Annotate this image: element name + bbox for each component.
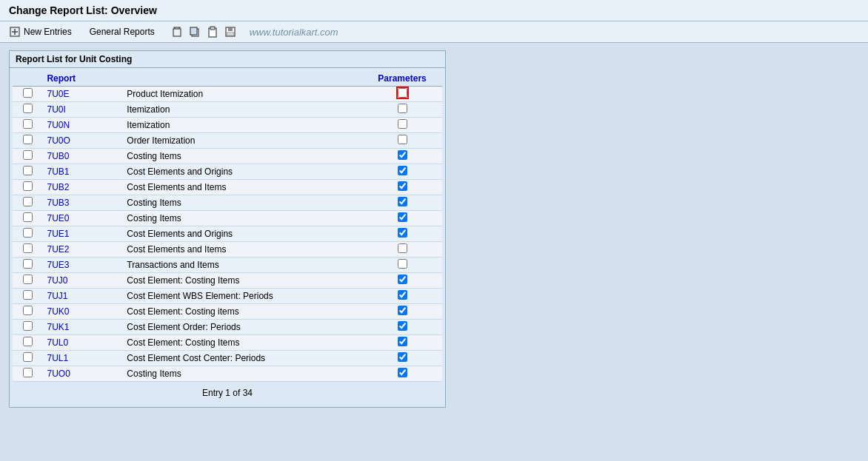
new-entries-icon: [9, 26, 21, 38]
general-reports-label: General Reports: [90, 27, 155, 37]
general-reports-button[interactable]: General Reports: [87, 25, 158, 38]
table-row: 7UL1Cost Element Cost Center: Periods: [13, 351, 442, 366]
row-select-checkbox[interactable]: [23, 212, 33, 222]
row-select-cell: [13, 351, 42, 366]
row-select-checkbox[interactable]: [23, 119, 33, 129]
paste-icon: [207, 26, 218, 38]
col-header-report[interactable]: Report: [42, 71, 122, 87]
params-checkbox[interactable]: [398, 337, 407, 346]
table-row: 7U0OOrder Itemization: [13, 133, 442, 149]
table-row: 7UL0Cost Element: Costing Items: [13, 335, 442, 351]
report-code: 7UK0: [42, 304, 122, 320]
save-icon: [224, 26, 236, 38]
row-select-checkbox[interactable]: [23, 352, 33, 362]
row-select-checkbox[interactable]: [23, 337, 33, 346]
params-cell: [362, 335, 442, 351]
table-row: 7UK0Cost Element: Costing items: [13, 304, 442, 320]
report-description: Costing Items: [122, 149, 362, 164]
row-select-cell: [13, 258, 42, 273]
params-cell: [362, 304, 442, 320]
params-cell: [362, 273, 442, 289]
content-area: Report List for Unit Costing Report Para…: [0, 43, 868, 415]
watermark: www.tutorialkart.com: [250, 27, 338, 38]
params-cell: [362, 258, 442, 273]
report-code: 7U0N: [42, 118, 122, 133]
paste-icon-button[interactable]: [205, 24, 220, 39]
table-container: Report Parameters 7U0EProduct Itemizatio…: [10, 68, 445, 407]
report-description: Cost Element: Costing Items: [122, 273, 362, 289]
row-select-cell: [13, 87, 42, 102]
params-checkbox[interactable]: [398, 104, 407, 113]
row-select-checkbox[interactable]: [23, 181, 33, 191]
params-checkbox[interactable]: [398, 166, 407, 175]
report-code: 7UJ0: [42, 273, 122, 289]
table-row: 7UJ1Cost Element WBS Element: Periods: [13, 289, 442, 304]
params-checkbox[interactable]: [398, 290, 407, 300]
page-title: Change Report List: Overview: [9, 4, 859, 16]
row-select-cell: [13, 164, 42, 180]
params-checkbox[interactable]: [398, 150, 407, 160]
table-row: 7U0EProduct Itemization: [13, 87, 442, 102]
delete-icon: [171, 26, 183, 38]
report-panel: Report List for Unit Costing Report Para…: [9, 50, 446, 408]
save-icon-button[interactable]: [223, 24, 238, 39]
row-select-checkbox[interactable]: [23, 166, 33, 175]
row-select-cell: [13, 242, 42, 258]
params-checkbox[interactable]: [398, 212, 407, 222]
params-checkbox[interactable]: [398, 243, 407, 253]
row-select-checkbox[interactable]: [23, 228, 33, 238]
row-select-checkbox[interactable]: [23, 275, 33, 284]
report-description: Cost Element Cost Center: Periods: [122, 351, 362, 366]
row-select-checkbox[interactable]: [23, 243, 33, 253]
report-code: 7UB3: [42, 195, 122, 211]
report-description: Cost Elements and Origins: [122, 226, 362, 242]
report-code: 7UJ1: [42, 289, 122, 304]
params-checkbox[interactable]: [398, 321, 407, 331]
params-checkbox[interactable]: [398, 88, 407, 98]
new-entries-button[interactable]: New Entries: [6, 24, 75, 39]
params-checkbox[interactable]: [398, 259, 407, 269]
svg-rect-13: [227, 33, 234, 36]
row-select-checkbox[interactable]: [23, 104, 33, 113]
params-cell: [362, 164, 442, 180]
report-description: Cost Element Order: Periods: [122, 320, 362, 335]
report-description: Order Itemization: [122, 133, 362, 149]
row-select-checkbox[interactable]: [23, 321, 33, 331]
params-checkbox[interactable]: [398, 228, 407, 238]
row-select-checkbox[interactable]: [23, 290, 33, 300]
row-select-cell: [13, 195, 42, 211]
row-select-checkbox[interactable]: [23, 259, 33, 269]
delete-icon-button[interactable]: [170, 24, 184, 39]
report-table: Report Parameters 7U0EProduct Itemizatio…: [13, 71, 442, 382]
params-checkbox[interactable]: [398, 368, 407, 377]
copy-icon-button[interactable]: [187, 24, 202, 39]
params-cell: [362, 118, 442, 133]
report-description: Itemization: [122, 102, 362, 118]
table-row: 7UK1Cost Element Order: Periods: [13, 320, 442, 335]
table-row: 7UE1Cost Elements and Origins: [13, 226, 442, 242]
report-code: 7UB1: [42, 164, 122, 180]
row-select-cell: [13, 289, 42, 304]
report-code: 7UB2: [42, 180, 122, 195]
params-checkbox[interactable]: [398, 352, 407, 362]
report-description: Costing Items: [122, 195, 362, 211]
report-code: 7UK1: [42, 320, 122, 335]
params-checkbox[interactable]: [398, 197, 407, 206]
row-select-checkbox[interactable]: [23, 150, 33, 160]
row-select-checkbox[interactable]: [23, 197, 33, 206]
row-select-checkbox[interactable]: [23, 135, 33, 144]
params-checkbox[interactable]: [398, 181, 407, 191]
params-checkbox[interactable]: [398, 135, 407, 144]
row-select-checkbox[interactable]: [23, 88, 33, 98]
params-checkbox[interactable]: [398, 306, 407, 315]
report-code: 7U0O: [42, 133, 122, 149]
params-checkbox[interactable]: [398, 119, 407, 129]
panel-header: Report List for Unit Costing: [10, 51, 445, 68]
col-header-params[interactable]: Parameters: [362, 71, 442, 87]
params-checkbox[interactable]: [398, 275, 407, 284]
row-select-checkbox[interactable]: [23, 368, 33, 377]
row-select-cell: [13, 335, 42, 351]
params-cell: [362, 289, 442, 304]
row-select-checkbox[interactable]: [23, 306, 33, 315]
col-header-desc: [122, 71, 362, 87]
